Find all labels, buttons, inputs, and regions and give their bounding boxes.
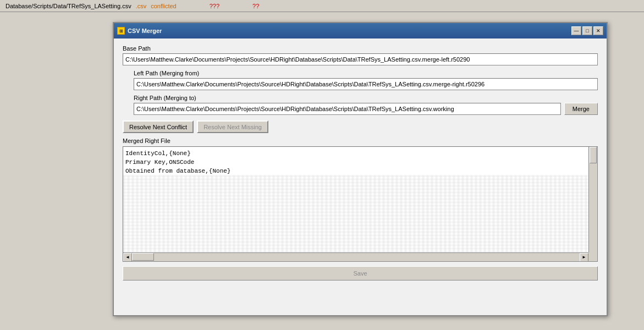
merged-right-file-label: Merged Right File [123, 138, 598, 144]
dialog-title: CSV Merger [128, 28, 162, 34]
resolve-next-conflict-button[interactable]: Resolve Next Conflict [123, 120, 194, 133]
right-path-group: Right Path (Merging to) Merge [123, 95, 598, 115]
title-bar-left: ⊞ CSV Merger [117, 27, 162, 35]
merged-line-2: Primary Key,ONSCode [125, 158, 586, 167]
scroll-right-button[interactable]: ► [580, 253, 588, 262]
dialog-icon: ⊞ [117, 27, 125, 35]
merge-button[interactable]: Merge [564, 103, 598, 115]
save-button[interactable]: Save [123, 266, 598, 280]
title-bar-controls: — □ ✕ [571, 26, 603, 35]
merged-text-area-wrapper: IdentityCol,{None} Primary Key,ONSCode O… [123, 146, 598, 262]
vertical-scrollbar[interactable] [588, 147, 597, 252]
minimize-button[interactable]: — [571, 26, 581, 35]
dialog-content: Base Path Left Path (Merging from) Right… [114, 38, 607, 287]
vertical-scrollbar-thumb[interactable] [590, 147, 597, 163]
close-button[interactable]: ✕ [593, 26, 603, 35]
save-row: Save [123, 266, 598, 280]
scroll-left-button[interactable]: ◄ [123, 253, 132, 262]
base-path-group: Base Path [123, 45, 598, 65]
horizontal-scrollbar-track [132, 253, 580, 261]
horizontal-scrollbar-thumb[interactable] [132, 253, 154, 261]
left-path-group: Left Path (Merging from) [123, 70, 598, 90]
base-path-input[interactable] [123, 53, 598, 65]
resolve-next-missing-button[interactable]: Resolve Next Missing [197, 120, 268, 133]
double-question-label: ?? [252, 3, 259, 9]
action-button-row: Resolve Next Conflict Resolve Next Missi… [123, 120, 598, 133]
dialog-icon-symbol: ⊞ [119, 29, 123, 34]
csv-label: .csv [136, 3, 147, 9]
maximize-button[interactable]: □ [582, 26, 592, 35]
right-path-row: Merge [134, 103, 598, 115]
scrollbar-corner [588, 252, 597, 261]
question-label: ??? [210, 3, 219, 9]
csv-merger-dialog: ⊞ CSV Merger — □ ✕ Base Path Left Path (… [113, 22, 608, 316]
conflicted-label: conflicted [151, 3, 176, 9]
horizontal-scrollbar[interactable]: ◄ ► [123, 252, 588, 261]
merged-line-3: Obtained from database,{None} [125, 167, 586, 175]
taskbar-item: Database/Scripts/Data/TRefSys_LASetting.… [2, 2, 262, 10]
left-path-label: Left Path (Merging from) [134, 70, 598, 76]
title-bar: ⊞ CSV Merger — □ ✕ [114, 23, 607, 38]
taskbar: Database/Scripts/Data/TRefSys_LASetting.… [0, 0, 644, 12]
left-path-input[interactable] [134, 78, 598, 90]
blurred-content-area [123, 175, 588, 252]
right-path-input[interactable] [134, 103, 561, 115]
base-path-label: Base Path [123, 45, 598, 52]
right-path-label: Right Path (Merging to) [134, 95, 598, 101]
file-path-label: Database/Scripts/Data/TRefSys_LASetting.… [5, 3, 131, 9]
merged-line-1: IdentityCol,{None} [125, 149, 586, 158]
